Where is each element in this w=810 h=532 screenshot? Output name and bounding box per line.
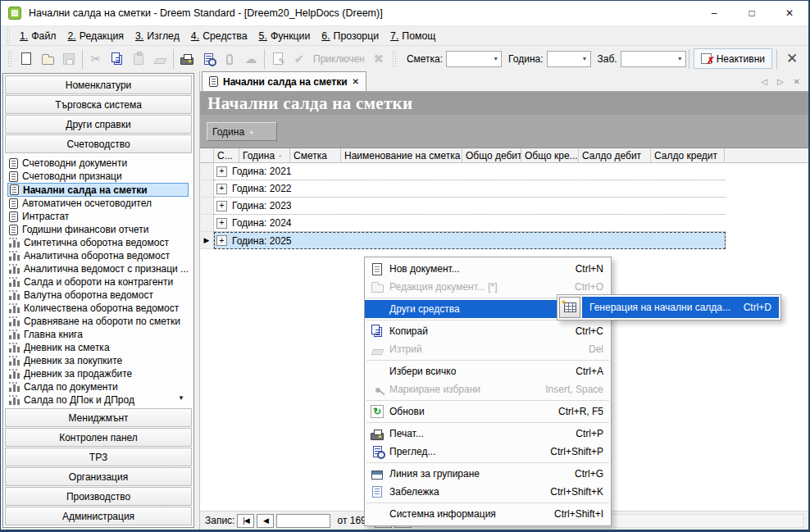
toolbar-grip[interactable] bbox=[8, 51, 12, 67]
column-header-balance-credit[interactable]: Салдо кредит bbox=[651, 148, 725, 162]
preview-button[interactable] bbox=[198, 48, 219, 70]
first-record-button[interactable]: |◀ bbox=[237, 514, 254, 528]
context-menu-item-print[interactable]: Печат... Ctrl+P bbox=[365, 425, 611, 443]
account-filter-combobox[interactable]: ▼ bbox=[446, 51, 502, 67]
print-button[interactable] bbox=[176, 48, 198, 70]
inactive-toggle-button[interactable]: Неактивни bbox=[694, 48, 772, 69]
group-by-chip-year[interactable]: Година ▲ bbox=[207, 122, 277, 141]
sidebar-item-partner-balances[interactable]: Салда и обороти на контрагенти bbox=[7, 275, 192, 289]
table-row-year-2025-selected[interactable]: ▶ + Година: 2025 bbox=[200, 232, 808, 249]
cut-button[interactable]: ✂ bbox=[85, 48, 107, 70]
sidebar-item-annual-reports[interactable]: Годишни финансови отчети bbox=[7, 223, 192, 236]
menu-edit[interactable]: 2.Редакция bbox=[62, 26, 130, 45]
sidebar-item-auto-accountant[interactable]: Автоматичен осчетоводител bbox=[7, 197, 192, 210]
context-menu-item-new-document[interactable]: Нов документ... Ctrl+N bbox=[365, 260, 611, 278]
tab-opening-balances[interactable]: Начални салда на сметки ✕ bbox=[202, 71, 366, 91]
sidebar-section-production[interactable]: Производство bbox=[5, 487, 192, 506]
column-header-status[interactable]: С... bbox=[214, 148, 239, 162]
expand-button[interactable]: + bbox=[216, 235, 227, 246]
expand-button[interactable]: + bbox=[216, 218, 227, 229]
sidebar-section-accounting[interactable]: Счетоводство bbox=[5, 134, 192, 153]
maximize-button[interactable]: □ bbox=[733, 1, 771, 25]
close-button[interactable]: ✕ bbox=[771, 1, 808, 25]
attach-button[interactable] bbox=[219, 48, 240, 70]
expand-button[interactable]: + bbox=[216, 166, 227, 177]
menu-help[interactable]: 7.Помощ bbox=[385, 26, 441, 45]
sidebar-item-dpok-dprod-balances[interactable]: Салда по ДПок и ДПрод bbox=[7, 393, 192, 407]
sidebar-section-control-panel[interactable]: Контролен панел bbox=[5, 428, 192, 447]
column-header-year[interactable]: Година▲ bbox=[239, 148, 290, 162]
column-header-total-debit[interactable]: Общо дебит bbox=[462, 148, 521, 162]
toolbar-grip[interactable] bbox=[7, 28, 11, 44]
sidebar-item-accounting-documents[interactable]: Счетоводни документи bbox=[7, 157, 192, 170]
year-filter-combobox[interactable]: ▼ bbox=[547, 51, 591, 67]
group-row-cell[interactable]: + Година: 2022 bbox=[214, 180, 726, 198]
context-menu-item-edit-document[interactable]: Редакция документ... [*] Ctrl+O bbox=[365, 278, 611, 296]
context-menu-item-mark-selected[interactable]: Маркиране избрани Insert, Space bbox=[365, 380, 611, 398]
open-button[interactable] bbox=[37, 48, 58, 70]
context-menu-item-delete[interactable]: Изтрий Del bbox=[365, 340, 611, 358]
table-row-year-2024[interactable]: + Година: 2024 bbox=[200, 215, 808, 232]
table-row-year-2022[interactable]: + Година: 2022 bbox=[200, 180, 808, 198]
sidebar-section-other-reports[interactable]: Други справки bbox=[5, 115, 192, 134]
expand-button[interactable]: + bbox=[216, 184, 227, 194]
menu-view[interactable]: 3.Изглед bbox=[130, 26, 185, 45]
save-button[interactable] bbox=[58, 48, 80, 70]
sidebar-item-clipped[interactable] bbox=[7, 407, 192, 408]
minimize-button[interactable]: – bbox=[695, 1, 733, 25]
sidebar-section-administration[interactable]: Администрация bbox=[5, 507, 192, 525]
context-menu-item-refresh[interactable]: ↻ Обнови Ctrl+R, F5 bbox=[365, 402, 611, 421]
upload-button[interactable]: ☁ bbox=[240, 48, 262, 70]
sidebar-section-payroll[interactable]: ТРЗ bbox=[5, 448, 192, 466]
sidebar-item-analytic-with-attributes[interactable]: Аналитична ведомост с признаци ... bbox=[7, 262, 192, 275]
approve-button[interactable]: ✔ bbox=[289, 48, 310, 70]
table-row-year-2023[interactable]: + Година: 2023 bbox=[200, 198, 808, 215]
group-row-cell[interactable]: + Година: 2025 bbox=[214, 232, 726, 249]
sidebar-item-sales-journal[interactable]: Дневник за продажбите bbox=[7, 367, 192, 380]
generate-opening-balances-icon-button[interactable] bbox=[559, 297, 580, 318]
new-document-button[interactable] bbox=[16, 48, 37, 70]
paste-button[interactable] bbox=[128, 48, 149, 70]
sidebar-item-synthetic-trial-balance[interactable]: Синтетична оборотна ведомост bbox=[7, 236, 192, 249]
sidebar-item-purchases-journal[interactable]: Дневник за покупките bbox=[7, 354, 192, 367]
tab-next-icon[interactable]: ▷ bbox=[777, 77, 784, 86]
row-selector-cell[interactable] bbox=[200, 215, 214, 232]
sidebar-section-organization[interactable]: Организация bbox=[5, 467, 192, 486]
sidebar-section-trade-system[interactable]: Търговска система bbox=[5, 95, 192, 114]
row-selector-cell[interactable] bbox=[200, 198, 214, 215]
toolbar-grip[interactable] bbox=[393, 51, 397, 67]
sidebar-item-accounting-attributes[interactable]: Счетоводни признаци bbox=[7, 170, 192, 183]
sidebar-item-currency-trial-balance[interactable]: Валутна оборотна ведомост bbox=[7, 289, 192, 302]
context-menu-item-select-all[interactable]: Избери всичко Ctrl+A bbox=[365, 362, 611, 380]
context-menu-item-copy[interactable]: Копирай Ctrl+C bbox=[365, 322, 611, 340]
sidebar-section-nomenclatures[interactable]: Номенклатури bbox=[5, 75, 192, 94]
tab-prev-icon[interactable]: ◁ bbox=[761, 77, 767, 86]
column-header-balance-debit[interactable]: Салдо дебит bbox=[579, 148, 651, 162]
sidebar-item-account-journal[interactable]: Дневник на сметка bbox=[7, 341, 192, 354]
column-header-total-credit[interactable]: Общо кре... bbox=[521, 148, 579, 162]
group-row-cell[interactable]: + Година: 2021 bbox=[214, 163, 726, 180]
erase-button[interactable] bbox=[149, 48, 171, 70]
expand-button[interactable]: + bbox=[216, 201, 227, 211]
row-selector-cell[interactable] bbox=[200, 180, 214, 198]
submenu-item-generate-opening-balances[interactable]: Генерация на начални салда... Ctrl+D bbox=[582, 297, 779, 318]
menu-functions[interactable]: 5.Функции bbox=[253, 26, 316, 45]
context-menu-item-preview[interactable]: Преглед... Ctrl+Shift+P bbox=[365, 443, 611, 461]
sidebar-item-document-balances[interactable]: Салда по документи bbox=[7, 380, 192, 393]
record-number-input[interactable] bbox=[276, 514, 330, 528]
scroll-down-icon[interactable]: ▼ bbox=[178, 394, 184, 402]
menu-windows[interactable]: 6.Прозорци bbox=[316, 26, 385, 45]
edit-document-button[interactable] bbox=[267, 48, 289, 70]
column-header-account-name[interactable]: Наименование на сметка bbox=[341, 148, 462, 162]
sidebar-item-intrastat[interactable]: Интрастат bbox=[7, 210, 192, 223]
previous-record-button[interactable]: ◀ bbox=[257, 514, 274, 528]
sidebar-section-management[interactable]: Мениджмънт bbox=[5, 408, 192, 427]
clear-filter-button[interactable]: ✕ bbox=[780, 48, 804, 70]
copy-button[interactable] bbox=[107, 48, 128, 70]
sidebar-item-general-ledger[interactable]: Главна книга bbox=[7, 328, 192, 341]
context-menu-item-note[interactable]: Забележка Ctrl+Shift+K bbox=[365, 483, 611, 501]
sidebar-item-opening-balances[interactable]: Начални салда на сметки bbox=[7, 183, 189, 197]
context-menu-item-system-info[interactable]: Системна информация Ctrl+Shift+I bbox=[365, 505, 611, 523]
group-row-cell[interactable]: + Година: 2023 bbox=[214, 198, 726, 215]
tab-close-icon[interactable]: ✕ bbox=[353, 77, 359, 86]
